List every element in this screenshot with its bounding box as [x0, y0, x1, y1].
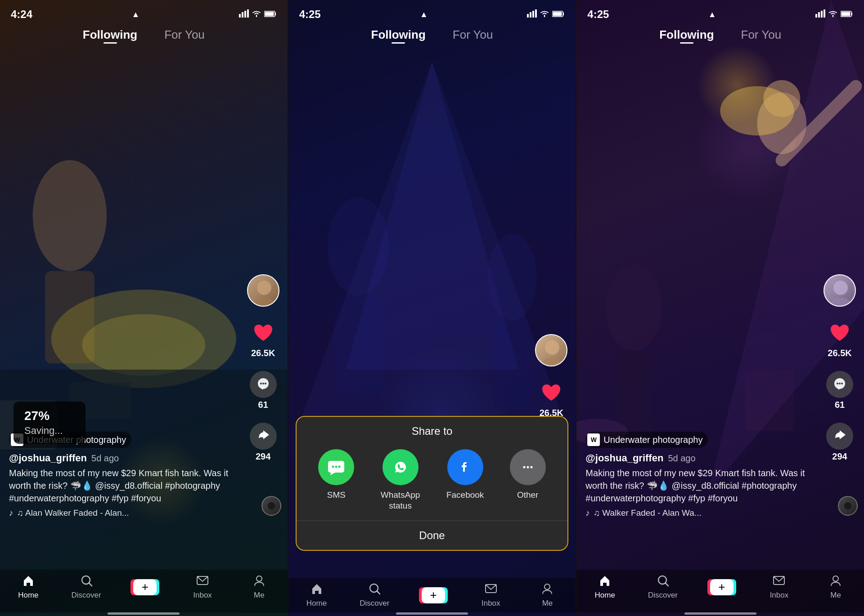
svg-rect-31	[535, 9, 537, 18]
tab-foryou-left[interactable]: For You	[164, 28, 205, 42]
signal-icon-mid	[527, 9, 537, 20]
like-count-left: 26.5K	[251, 348, 275, 358]
share-modal: Share to SMS	[296, 416, 569, 551]
heart-icon-right	[826, 319, 853, 346]
comment-button-left[interactable]: 61	[250, 371, 277, 410]
like-button-right[interactable]: 26.5K	[826, 319, 853, 358]
nav-home-left[interactable]: Home	[15, 574, 42, 600]
discover-icon-mid	[368, 582, 381, 597]
nav-inbox-right[interactable]: Inbox	[765, 574, 792, 600]
music-disc-left	[261, 496, 281, 516]
svg-rect-7	[239, 14, 241, 18]
nav-inbox-mid[interactable]: Inbox	[477, 582, 504, 608]
nav-discover-right[interactable]: Discover	[648, 574, 678, 600]
nav-inbox-label-right: Inbox	[770, 591, 789, 600]
wiki-icon-right: W	[587, 433, 600, 446]
share-option-sms[interactable]: SMS	[318, 449, 354, 512]
nav-home-label-right: Home	[595, 591, 615, 600]
tab-bar-left: Following For You	[0, 23, 288, 45]
nav-me-right[interactable]: Me	[822, 574, 849, 600]
like-button-mid[interactable]: 26.5K	[538, 379, 565, 418]
svg-point-77	[833, 576, 838, 581]
comment-button-right[interactable]: 61	[826, 371, 853, 410]
divider-left-mid	[288, 0, 288, 616]
status-bar-right: 4:25 ▲	[576, 0, 864, 23]
tab-following-mid[interactable]: Following	[371, 28, 426, 42]
sms-icon	[318, 449, 354, 485]
nav-create-right[interactable]: +	[707, 577, 736, 597]
avatar-mid[interactable]	[535, 334, 567, 366]
svg-point-34	[545, 340, 559, 355]
nav-inbox-label-mid: Inbox	[482, 599, 500, 608]
inbox-icon-right	[773, 574, 785, 589]
share-button-left[interactable]: 294	[250, 423, 277, 462]
battery-icon-right	[841, 10, 853, 19]
svg-rect-12	[265, 12, 274, 16]
discover-icon-right	[657, 574, 669, 589]
svg-rect-30	[532, 11, 534, 18]
status-icons-left	[239, 9, 277, 20]
share-option-whatsapp[interactable]: WhatsApp status	[380, 449, 421, 512]
nav-create-mid[interactable]: +	[419, 585, 448, 605]
svg-point-72	[839, 383, 841, 384]
svg-line-20	[89, 583, 92, 586]
bottom-nav-right: Home Discover + Inbox Me	[576, 570, 864, 612]
share-done-button[interactable]: Done	[297, 521, 568, 550]
battery-icon-mid	[552, 10, 565, 19]
nav-home-mid[interactable]: Home	[303, 582, 330, 608]
create-button-left[interactable]: +	[130, 577, 159, 597]
share-button-right[interactable]: 294	[826, 423, 853, 462]
phone-panel-left: 4:24 ▲ Following For You 27% Saving...	[0, 0, 288, 616]
create-icon-mid: +	[422, 587, 445, 603]
nav-me-label-left: Me	[254, 591, 265, 600]
tab-bar-mid: Following For You	[288, 23, 576, 45]
tab-foryou-right[interactable]: For You	[741, 28, 782, 42]
nav-discover-left[interactable]: Discover	[72, 574, 101, 600]
like-button-left[interactable]: 26.5K	[250, 319, 277, 358]
svg-point-13	[257, 281, 271, 295]
home-bar-mid	[396, 612, 468, 615]
nav-me-label-mid: Me	[542, 599, 553, 608]
svg-rect-10	[247, 9, 249, 18]
wiki-badge-right[interactable]: W Underwater photography	[585, 432, 708, 448]
tab-following-right[interactable]: Following	[659, 28, 714, 42]
nav-create-left[interactable]: +	[130, 577, 159, 597]
location-icon-left: ▲	[131, 10, 140, 19]
create-button-right[interactable]: +	[707, 577, 736, 597]
nav-inbox-label-left: Inbox	[193, 591, 212, 600]
create-icon-left: +	[133, 579, 157, 595]
phone-panel-mid: 4:25 ▲ Following For You	[288, 0, 576, 616]
svg-point-68	[833, 281, 848, 295]
svg-line-51	[377, 591, 380, 594]
username-right[interactable]: @joshua_griffen	[585, 452, 663, 464]
tab-foryou-mid[interactable]: For You	[453, 28, 493, 42]
status-icons-right	[815, 9, 853, 20]
home-bar-right	[684, 612, 756, 615]
share-option-other[interactable]: Other	[510, 449, 546, 512]
me-icon-left	[253, 574, 266, 589]
svg-rect-65	[824, 9, 825, 18]
nav-inbox-left[interactable]: Inbox	[189, 574, 216, 600]
username-left[interactable]: @joshua_griffen	[9, 452, 87, 464]
nav-me-mid[interactable]: Me	[534, 582, 561, 608]
create-button-mid[interactable]: +	[419, 585, 448, 605]
svg-rect-67	[842, 12, 850, 16]
comment-count-right: 61	[835, 400, 845, 410]
home-bar-left	[108, 612, 180, 615]
nav-home-right[interactable]: Home	[591, 574, 618, 600]
nav-me-left[interactable]: Me	[246, 574, 273, 600]
share-options-container: SMS WhatsApp status	[297, 442, 568, 521]
svg-point-14	[254, 298, 274, 307]
content-mid: 26.5K 61 W Underwater photography @joshu…	[288, 45, 576, 578]
share-option-facebook[interactable]: Facebook	[446, 449, 484, 512]
tab-following-left[interactable]: Following	[83, 28, 137, 42]
time-right: 4:25	[587, 8, 609, 21]
comment-count-left: 61	[258, 400, 268, 410]
signal-icon-right	[815, 9, 825, 20]
inbox-icon-left	[196, 574, 209, 589]
avatar-left[interactable]	[247, 274, 279, 307]
music-text-left: ♫ Alan Walker Faded - Alan...	[17, 508, 129, 518]
time-mid: 4:25	[299, 8, 321, 21]
nav-discover-mid[interactable]: Discover	[360, 582, 389, 608]
avatar-right[interactable]	[824, 274, 856, 307]
